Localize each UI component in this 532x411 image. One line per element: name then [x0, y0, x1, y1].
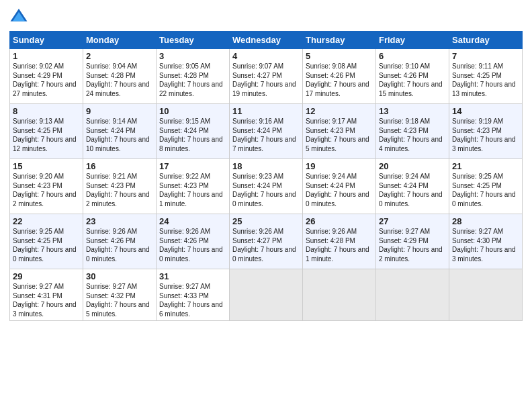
calendar-week-row: 29 Sunrise: 9:27 AMSunset: 4:31 PMDaylig…: [10, 269, 523, 321]
cell-info: Sunrise: 9:02 AMSunset: 4:29 PMDaylight:…: [13, 62, 77, 97]
day-number: 4: [232, 51, 300, 61]
calendar-cell: 8 Sunrise: 9:13 AMSunset: 4:25 PMDayligh…: [10, 104, 83, 159]
cell-info: Sunrise: 9:19 AMSunset: 4:23 PMDaylight:…: [452, 118, 516, 152]
calendar-week-row: 15 Sunrise: 9:20 AMSunset: 4:23 PMDaylig…: [10, 159, 523, 214]
calendar-body: 1 Sunrise: 9:02 AMSunset: 4:29 PMDayligh…: [10, 49, 523, 321]
calendar-cell: 13 Sunrise: 9:18 AMSunset: 4:23 PMDaylig…: [376, 104, 449, 159]
day-number: 23: [86, 216, 153, 226]
day-number: 14: [452, 106, 519, 116]
calendar-cell: [449, 269, 523, 321]
calendar-cell: 23 Sunrise: 9:26 AMSunset: 4:26 PMDaylig…: [83, 214, 157, 269]
calendar-cell: 17 Sunrise: 9:22 AMSunset: 4:23 PMDaylig…: [157, 159, 230, 214]
cell-info: Sunrise: 9:24 AMSunset: 4:24 PMDaylight:…: [379, 173, 443, 208]
calendar-week-row: 8 Sunrise: 9:13 AMSunset: 4:25 PMDayligh…: [10, 104, 523, 159]
day-number: 8: [13, 106, 80, 116]
day-number: 22: [13, 216, 80, 226]
day-number: 3: [159, 51, 226, 61]
cell-info: Sunrise: 9:25 AMSunset: 4:25 PMDaylight:…: [452, 173, 516, 208]
cell-info: Sunrise: 9:24 AMSunset: 4:24 PMDaylight:…: [306, 173, 369, 208]
calendar-cell: 2 Sunrise: 9:04 AMSunset: 4:28 PMDayligh…: [83, 49, 157, 104]
cell-info: Sunrise: 9:15 AMSunset: 4:24 PMDaylight:…: [159, 118, 223, 152]
day-number: 12: [306, 106, 373, 116]
calendar-cell: 24 Sunrise: 9:26 AMSunset: 4:26 PMDaylig…: [157, 214, 230, 269]
cell-info: Sunrise: 9:10 AMSunset: 4:26 PMDaylight:…: [379, 62, 443, 97]
calendar-cell: 26 Sunrise: 9:26 AMSunset: 4:28 PMDaylig…: [303, 214, 376, 269]
day-number: 26: [306, 216, 373, 226]
calendar-cell: 19 Sunrise: 9:24 AMSunset: 4:24 PMDaylig…: [303, 159, 376, 214]
day-number: 1: [13, 51, 80, 61]
calendar-cell: 12 Sunrise: 9:17 AMSunset: 4:23 PMDaylig…: [303, 104, 376, 159]
day-number: 9: [86, 106, 153, 116]
cell-info: Sunrise: 9:17 AMSunset: 4:23 PMDaylight:…: [306, 118, 369, 152]
calendar-cell: 29 Sunrise: 9:27 AMSunset: 4:31 PMDaylig…: [10, 269, 83, 321]
calendar-cell: 11 Sunrise: 9:16 AMSunset: 4:24 PMDaylig…: [230, 104, 303, 159]
calendar-cell: 28 Sunrise: 9:27 AMSunset: 4:30 PMDaylig…: [449, 214, 523, 269]
page-container: SundayMondayTuesdayWednesdayThursdayFrid…: [0, 0, 532, 326]
day-number: 28: [452, 216, 519, 226]
cell-info: Sunrise: 9:26 AMSunset: 4:26 PMDaylight:…: [159, 228, 223, 263]
calendar-cell: 15 Sunrise: 9:20 AMSunset: 4:23 PMDaylig…: [10, 159, 83, 214]
day-number: 6: [379, 51, 446, 61]
weekday-header-monday: Monday: [83, 32, 157, 49]
logo-icon: [9, 7, 28, 26]
calendar-cell: 25 Sunrise: 9:26 AMSunset: 4:27 PMDaylig…: [230, 214, 303, 269]
calendar-cell: 31 Sunrise: 9:27 AMSunset: 4:33 PMDaylig…: [157, 269, 230, 321]
weekday-header-friday: Friday: [376, 32, 449, 49]
day-number: 25: [232, 216, 300, 226]
cell-info: Sunrise: 9:08 AMSunset: 4:26 PMDaylight:…: [306, 62, 369, 97]
cell-info: Sunrise: 9:27 AMSunset: 4:32 PMDaylight:…: [86, 283, 150, 318]
calendar-cell: 22 Sunrise: 9:25 AMSunset: 4:25 PMDaylig…: [10, 214, 83, 269]
weekday-header-saturday: Saturday: [449, 32, 523, 49]
calendar-week-row: 22 Sunrise: 9:25 AMSunset: 4:25 PMDaylig…: [10, 214, 523, 269]
weekday-header-wednesday: Wednesday: [230, 32, 303, 49]
calendar-cell: 14 Sunrise: 9:19 AMSunset: 4:23 PMDaylig…: [449, 104, 523, 159]
cell-info: Sunrise: 9:13 AMSunset: 4:25 PMDaylight:…: [13, 118, 77, 152]
weekday-header-tuesday: Tuesday: [157, 32, 230, 49]
cell-info: Sunrise: 9:26 AMSunset: 4:26 PMDaylight:…: [86, 228, 150, 263]
day-number: 21: [452, 161, 519, 171]
calendar-cell: 20 Sunrise: 9:24 AMSunset: 4:24 PMDaylig…: [376, 159, 449, 214]
calendar-cell: [303, 269, 376, 321]
cell-info: Sunrise: 9:14 AMSunset: 4:24 PMDaylight:…: [86, 118, 150, 152]
weekday-header-thursday: Thursday: [303, 32, 376, 49]
calendar-table: SundayMondayTuesdayWednesdayThursdayFrid…: [9, 31, 523, 321]
calendar-cell: 4 Sunrise: 9:07 AMSunset: 4:27 PMDayligh…: [230, 49, 303, 104]
header: [9, 7, 523, 26]
calendar-cell: 16 Sunrise: 9:21 AMSunset: 4:23 PMDaylig…: [83, 159, 157, 214]
day-number: 11: [232, 106, 300, 116]
day-number: 5: [306, 51, 373, 61]
day-number: 7: [452, 51, 519, 61]
cell-info: Sunrise: 9:27 AMSunset: 4:33 PMDaylight:…: [159, 283, 223, 318]
cell-info: Sunrise: 9:27 AMSunset: 4:31 PMDaylight:…: [13, 283, 77, 318]
cell-info: Sunrise: 9:22 AMSunset: 4:23 PMDaylight:…: [159, 173, 223, 208]
calendar-cell: 5 Sunrise: 9:08 AMSunset: 4:26 PMDayligh…: [303, 49, 376, 104]
calendar-cell: 6 Sunrise: 9:10 AMSunset: 4:26 PMDayligh…: [376, 49, 449, 104]
cell-info: Sunrise: 9:23 AMSunset: 4:24 PMDaylight:…: [232, 173, 296, 208]
logo: [9, 7, 31, 26]
calendar-cell: 27 Sunrise: 9:27 AMSunset: 4:29 PMDaylig…: [376, 214, 449, 269]
cell-info: Sunrise: 9:04 AMSunset: 4:28 PMDaylight:…: [86, 62, 150, 97]
calendar-cell: 7 Sunrise: 9:11 AMSunset: 4:25 PMDayligh…: [449, 49, 523, 104]
cell-info: Sunrise: 9:20 AMSunset: 4:23 PMDaylight:…: [13, 173, 77, 208]
day-number: 18: [232, 161, 300, 171]
calendar-week-row: 1 Sunrise: 9:02 AMSunset: 4:29 PMDayligh…: [10, 49, 523, 104]
calendar-cell: 21 Sunrise: 9:25 AMSunset: 4:25 PMDaylig…: [449, 159, 523, 214]
cell-info: Sunrise: 9:26 AMSunset: 4:27 PMDaylight:…: [232, 228, 296, 263]
day-number: 29: [13, 271, 80, 281]
day-number: 19: [306, 161, 373, 171]
day-number: 15: [13, 161, 80, 171]
calendar-cell: [376, 269, 449, 321]
cell-info: Sunrise: 9:25 AMSunset: 4:25 PMDaylight:…: [13, 228, 77, 263]
weekday-header-sunday: Sunday: [10, 32, 83, 49]
day-number: 17: [159, 161, 226, 171]
cell-info: Sunrise: 9:27 AMSunset: 4:30 PMDaylight:…: [452, 228, 516, 263]
day-number: 24: [159, 216, 226, 226]
calendar-cell: 10 Sunrise: 9:15 AMSunset: 4:24 PMDaylig…: [157, 104, 230, 159]
day-number: 20: [379, 161, 446, 171]
cell-info: Sunrise: 9:05 AMSunset: 4:28 PMDaylight:…: [159, 62, 223, 97]
day-number: 16: [86, 161, 153, 171]
cell-info: Sunrise: 9:16 AMSunset: 4:24 PMDaylight:…: [232, 118, 296, 152]
cell-info: Sunrise: 9:21 AMSunset: 4:23 PMDaylight:…: [86, 173, 150, 208]
calendar-cell: 3 Sunrise: 9:05 AMSunset: 4:28 PMDayligh…: [157, 49, 230, 104]
day-number: 10: [159, 106, 226, 116]
